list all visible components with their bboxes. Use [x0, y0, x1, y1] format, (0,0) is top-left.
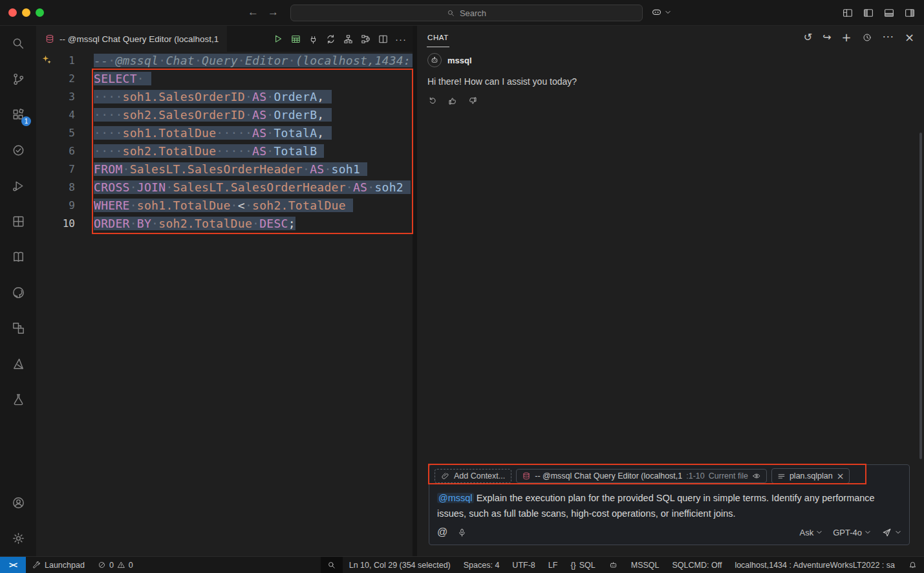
undo-request-icon[interactable]: ↺: [804, 32, 812, 43]
close-chat-icon[interactable]: ×: [905, 32, 914, 43]
results-grid-icon[interactable]: [290, 34, 301, 45]
change-connection-icon[interactable]: [325, 34, 336, 45]
cursor-position-status[interactable]: Ln 10, Col 29 (354 selected): [343, 557, 457, 573]
chat-input-message: Explain the execution plan for the provi…: [437, 493, 875, 519]
warnings-count: 0: [129, 561, 133, 570]
connect-icon[interactable]: [308, 34, 319, 45]
errors-count: 0: [109, 561, 114, 570]
notifications-button[interactable]: [901, 557, 924, 573]
code-line[interactable]: 10ORDER·BY·soh2.TotalDue·DESC;: [36, 215, 413, 233]
code-line[interactable]: 5····soh1.TotalDue·····AS·TotalA,: [36, 124, 413, 142]
mention-context-icon[interactable]: @: [437, 526, 447, 538]
model-picker-dropdown[interactable]: GPT-4o: [833, 528, 871, 537]
code-line[interactable]: 7FROM·SalesLT.SalesOrderHeader·AS·soh1: [36, 160, 413, 178]
more-actions-icon[interactable]: ···: [395, 34, 407, 45]
robot-icon: [430, 56, 439, 65]
activity-search[interactable]: [0, 26, 36, 61]
code-line[interactable]: 3····soh1.SalesOrderID·AS·OrderA,: [36, 88, 413, 106]
chat-scrollbar[interactable]: [919, 133, 922, 459]
code-line[interactable]: 4····soh2.SalesOrderID·AS·OrderB,: [36, 106, 413, 124]
status-bar: >< Launchpad 0 0 Ln 10, Col 29 (354 sele…: [0, 556, 924, 573]
remote-indicator[interactable]: ><: [0, 557, 26, 573]
activity-run-debug[interactable]: [0, 168, 36, 204]
editor-chat-sash[interactable]: [413, 26, 417, 556]
redo-request-icon[interactable]: ↪: [822, 32, 831, 43]
navigate-back-icon[interactable]: ←: [248, 6, 259, 19]
thumbs-down-icon[interactable]: [467, 96, 478, 106]
add-context-button[interactable]: Add Context...: [435, 469, 511, 483]
copilot-status[interactable]: [602, 557, 625, 573]
context-chip-label: -- @mssql Chat Query Editor (localhost,1: [535, 471, 682, 481]
chat-more-actions-icon[interactable]: ···: [883, 32, 894, 43]
code-line[interactable]: 8CROSS·JOIN·SalesLT.SalesOrderHeader·AS·…: [36, 178, 413, 197]
eye-icon[interactable]: [752, 471, 761, 481]
activity-source-control[interactable]: [0, 61, 36, 97]
activity-remote-explorer[interactable]: [0, 204, 36, 239]
code-line[interactable]: 9WHERE·soh1.TotalDue·<·soh2.TotalDue: [36, 197, 413, 215]
activity-azure[interactable]: [0, 346, 36, 382]
code-line[interactable]: 1--·@mssql·Chat·Query·Editor·(localhost,…: [36, 52, 413, 70]
estimated-plan-icon[interactable]: [360, 34, 371, 45]
activity-extensions[interactable]: 1: [0, 97, 36, 133]
context-chip-current-file[interactable]: -- @mssql Chat Query Editor (localhost,1…: [516, 469, 767, 483]
tools-icon: [32, 561, 41, 570]
toggle-primary-sidebar-icon[interactable]: [863, 7, 874, 19]
send-button[interactable]: [881, 527, 901, 538]
problems-status[interactable]: 0 0: [91, 557, 140, 573]
close-window-button[interactable]: [8, 8, 17, 17]
chat-input-text[interactable]: @mssql Explain the execution plan for th…: [429, 487, 909, 523]
activity-notebooks[interactable]: [0, 239, 36, 275]
connection-status[interactable]: localhost,1434 : AdventureWorksLT2022 : …: [728, 557, 901, 573]
maximize-window-button[interactable]: [36, 8, 44, 17]
chat-history-icon[interactable]: [862, 32, 872, 43]
tab-title: -- @mssql Chat Query Editor (localhost,1: [59, 34, 219, 44]
flask-icon: [11, 392, 26, 407]
thumbs-up-icon[interactable]: [447, 96, 458, 106]
copilot-sparkle-icon[interactable]: [41, 54, 52, 65]
regenerate-icon[interactable]: [427, 96, 438, 106]
send-icon: [881, 527, 892, 538]
minimize-window-button[interactable]: [22, 8, 30, 17]
context-chip-plan[interactable]: plan.sqlplan ×: [771, 468, 850, 484]
split-editor-icon[interactable]: [378, 34, 389, 45]
chat-input-container[interactable]: Add Context... -- @mssql Chat Query Edit…: [429, 464, 910, 545]
indentation-status[interactable]: Spaces: 4: [457, 557, 506, 573]
chat-message-actions: [427, 96, 914, 106]
toggle-panel-icon[interactable]: [883, 7, 895, 19]
activity-components[interactable]: [0, 310, 36, 346]
chat-mode-dropdown[interactable]: Ask: [800, 528, 823, 537]
run-query-icon[interactable]: [272, 33, 284, 45]
account-button[interactable]: [0, 485, 36, 521]
language-mode-status[interactable]: {} SQL: [564, 557, 601, 573]
customize-layout-icon[interactable]: [842, 7, 854, 19]
eol-status[interactable]: LF: [542, 557, 564, 573]
navigate-forward-icon[interactable]: →: [268, 6, 279, 19]
launchpad-status[interactable]: Launchpad: [26, 557, 91, 573]
tab-chat[interactable]: CHAT: [427, 28, 449, 47]
zoom-indicator[interactable]: [321, 557, 343, 573]
tab-query-editor[interactable]: -- @mssql Chat Query Editor (localhost,1: [36, 26, 227, 52]
parse-schema-icon[interactable]: [343, 34, 354, 45]
remove-chip-icon[interactable]: ×: [837, 471, 844, 481]
sqlcmd-status[interactable]: SQLCMD: Off: [666, 557, 729, 573]
mention-chip[interactable]: @mssql: [437, 493, 474, 503]
eol-label: LF: [548, 561, 558, 570]
activity-testing[interactable]: [0, 133, 36, 168]
encoding-status[interactable]: UTF-8: [506, 557, 541, 573]
activity-bar: 1: [0, 26, 36, 556]
code-editor[interactable]: 1--·@mssql·Chat·Query·Editor·(localhost,…: [36, 52, 413, 556]
chat-input-toolbar: @ Ask GPT-4o: [429, 523, 909, 538]
code-line[interactable]: 2SELECT·: [36, 70, 413, 88]
code-line[interactable]: 6····soh2.TotalDue·····AS·TotalB: [36, 142, 413, 160]
search-input[interactable]: Search: [290, 5, 643, 21]
copilot-menu-button[interactable]: [650, 6, 671, 18]
activity-github[interactable]: [0, 275, 36, 310]
mssql-status[interactable]: MSSQL: [625, 557, 666, 573]
toggle-secondary-sidebar-icon[interactable]: [904, 7, 916, 19]
new-chat-icon[interactable]: +: [842, 32, 852, 43]
activity-database-projects[interactable]: [0, 382, 36, 417]
settings-button[interactable]: [0, 521, 36, 556]
paperclip-icon: [441, 471, 450, 481]
microphone-icon[interactable]: [457, 528, 467, 537]
book-icon: [11, 250, 26, 265]
